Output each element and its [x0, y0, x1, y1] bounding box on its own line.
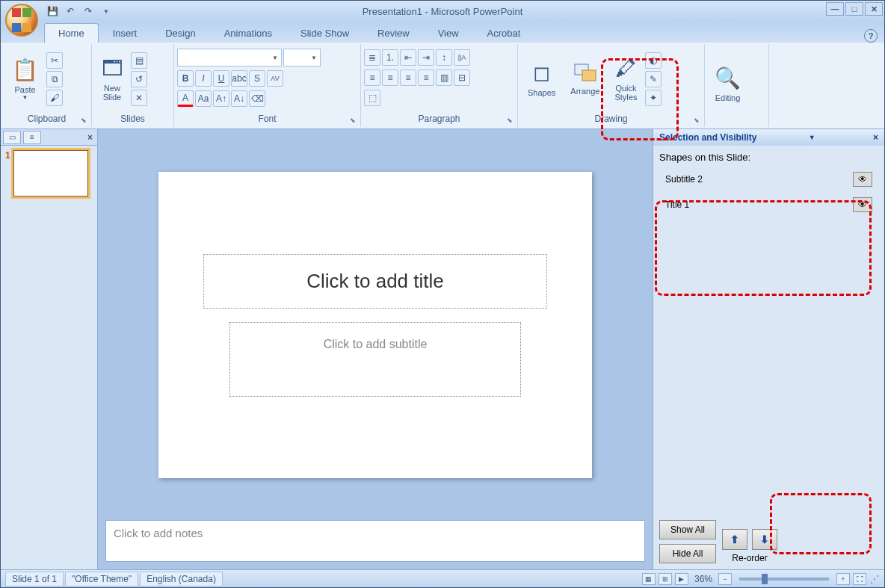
- slide-canvas[interactable]: Click to add title Click to add subtitle: [158, 172, 592, 478]
- thumbnail-number: 1: [5, 150, 10, 196]
- justify-button[interactable]: ≡: [418, 69, 434, 86]
- tab-slide-show[interactable]: Slide Show: [286, 23, 363, 43]
- fit-window-button[interactable]: ⛶: [853, 573, 866, 585]
- font-size-combo[interactable]: ▼: [283, 49, 321, 66]
- cut-icon[interactable]: ✂: [46, 52, 63, 69]
- italic-button[interactable]: I: [195, 70, 212, 87]
- close-button[interactable]: ✕: [865, 2, 883, 16]
- shape-item[interactable]: Title 1👁: [659, 194, 878, 215]
- reorder-label: Re-order: [732, 553, 767, 563]
- convert-smartart-button[interactable]: ⬚: [364, 90, 380, 106]
- tab-home[interactable]: Home: [44, 23, 99, 43]
- align-text-button[interactable]: ⊟: [454, 69, 470, 86]
- shape-fill-button[interactable]: ◐: [645, 52, 662, 69]
- outline-tab[interactable]: ≡: [23, 131, 41, 144]
- font-family-combo[interactable]: ▼: [177, 49, 282, 66]
- reset-icon[interactable]: ↺: [131, 71, 147, 87]
- zoom-percent[interactable]: 36%: [694, 574, 712, 584]
- ribbon: 📋 Paste ▼ ✂ ⧉ 🖌 Clipboard⬊ 🗔 New Slide: [1, 43, 884, 129]
- slide-thumbnail[interactable]: 1: [5, 150, 93, 196]
- shape-item[interactable]: Subtitle 2👁: [659, 169, 878, 190]
- indent-inc-button[interactable]: ⇥: [418, 49, 434, 66]
- status-language[interactable]: English (Canada): [140, 572, 223, 587]
- save-icon[interactable]: 💾: [44, 3, 61, 19]
- numbering-button[interactable]: 1.: [382, 49, 398, 66]
- slides-tab[interactable]: ▭: [3, 131, 21, 144]
- pane-close-icon[interactable]: ×: [873, 132, 878, 143]
- delete-slide-icon[interactable]: ✕: [131, 90, 147, 106]
- bold-button[interactable]: B: [177, 70, 194, 87]
- normal-view-button[interactable]: ▦: [642, 573, 656, 585]
- shape-outline-button[interactable]: ✎: [645, 71, 662, 87]
- strike-button[interactable]: abc: [231, 70, 247, 87]
- clear-format-button[interactable]: ⌫: [249, 90, 265, 107]
- subtitle-placeholder[interactable]: Click to add subtitle: [229, 322, 521, 397]
- shapes-button[interactable]: ◻ Shapes: [521, 46, 562, 112]
- zoom-slider[interactable]: [739, 578, 829, 581]
- format-painter-icon[interactable]: 🖌: [46, 90, 63, 106]
- font-color-button[interactable]: A: [177, 90, 194, 107]
- align-left-button[interactable]: ≡: [364, 69, 380, 86]
- tab-acrobat[interactable]: Acrobat: [473, 23, 535, 43]
- columns-button[interactable]: ▥: [436, 69, 452, 86]
- indent-dec-button[interactable]: ⇤: [400, 49, 416, 66]
- slideshow-view-button[interactable]: ▶: [675, 573, 688, 585]
- editing-button[interactable]: 🔍 Editing: [708, 52, 747, 117]
- visibility-toggle-icon[interactable]: 👁: [853, 197, 872, 212]
- qat-dropdown-icon[interactable]: ▼: [98, 3, 114, 19]
- app-window: 💾 ↶ ↷ ▼ Presentation1 - Microsoft PowerP…: [0, 0, 885, 588]
- pane-dropdown-icon[interactable]: ▼: [809, 134, 815, 141]
- tab-design[interactable]: Design: [151, 23, 209, 43]
- new-slide-button[interactable]: 🗔 New Slide: [95, 46, 129, 112]
- visibility-toggle-icon[interactable]: 👁: [853, 172, 872, 187]
- change-case-button[interactable]: Aa: [195, 90, 212, 107]
- panel-close-icon[interactable]: ×: [87, 132, 93, 143]
- zoom-out-button[interactable]: −: [718, 573, 732, 585]
- layout-icon[interactable]: ▤: [131, 52, 147, 69]
- tab-review[interactable]: Review: [363, 23, 424, 43]
- drawing-group-label: Drawing: [594, 114, 627, 124]
- tab-view[interactable]: View: [424, 23, 473, 43]
- reorder-up-button[interactable]: ⬆: [722, 529, 747, 550]
- reorder-down-button[interactable]: ⬇: [752, 529, 777, 550]
- title-placeholder[interactable]: Click to add title: [203, 254, 547, 309]
- resize-grip-icon[interactable]: ⋰: [869, 574, 880, 584]
- bullets-button[interactable]: ≣: [364, 49, 380, 66]
- sorter-view-button[interactable]: ⊞: [659, 573, 672, 585]
- show-all-button[interactable]: Show All: [659, 520, 716, 539]
- minimize-button[interactable]: —: [826, 2, 844, 16]
- new-slide-icon: 🗔: [102, 56, 123, 81]
- undo-icon[interactable]: ↶: [62, 3, 78, 19]
- notes-pane[interactable]: Click to add notes: [105, 520, 645, 562]
- selection-pane: Selection and Visibility ▼ × Shapes on t…: [653, 129, 884, 569]
- underline-button[interactable]: U: [213, 70, 229, 87]
- shape-effects-button[interactable]: ✦: [645, 90, 662, 106]
- quick-styles-icon: 🖍: [615, 56, 636, 81]
- hide-all-button[interactable]: Hide All: [659, 544, 716, 563]
- shrink-font-button[interactable]: A↓: [231, 90, 247, 107]
- tab-insert[interactable]: Insert: [99, 23, 152, 43]
- char-spacing-button[interactable]: AV: [267, 70, 283, 87]
- maximize-button[interactable]: □: [845, 2, 863, 16]
- redo-icon[interactable]: ↷: [80, 3, 96, 19]
- status-slide: Slide 1 of 1: [5, 572, 64, 587]
- clipboard-group-label: Clipboard: [28, 114, 66, 124]
- paste-button[interactable]: 📋 Paste ▼: [5, 46, 45, 112]
- zoom-in-button[interactable]: +: [836, 573, 850, 585]
- tab-animations[interactable]: Animations: [210, 23, 286, 43]
- help-icon[interactable]: ?: [864, 29, 878, 43]
- status-theme: "Office Theme": [65, 572, 138, 587]
- grow-font-button[interactable]: A↑: [213, 90, 229, 107]
- align-center-button[interactable]: ≡: [382, 69, 398, 86]
- quick-styles-button[interactable]: 🖍 Quick Styles: [608, 46, 644, 112]
- text-direction-button[interactable]: ||A: [454, 49, 470, 66]
- find-icon: 🔍: [715, 66, 741, 90]
- align-right-button[interactable]: ≡: [400, 69, 416, 86]
- office-button[interactable]: [5, 4, 38, 37]
- clipboard-icon: 📋: [12, 58, 38, 82]
- quick-access-toolbar: 💾 ↶ ↷ ▼: [44, 3, 114, 19]
- copy-icon[interactable]: ⧉: [46, 71, 63, 87]
- shadow-button[interactable]: S: [249, 70, 265, 87]
- arrange-button[interactable]: Arrange: [564, 46, 606, 112]
- line-spacing-button[interactable]: ↕: [436, 49, 452, 66]
